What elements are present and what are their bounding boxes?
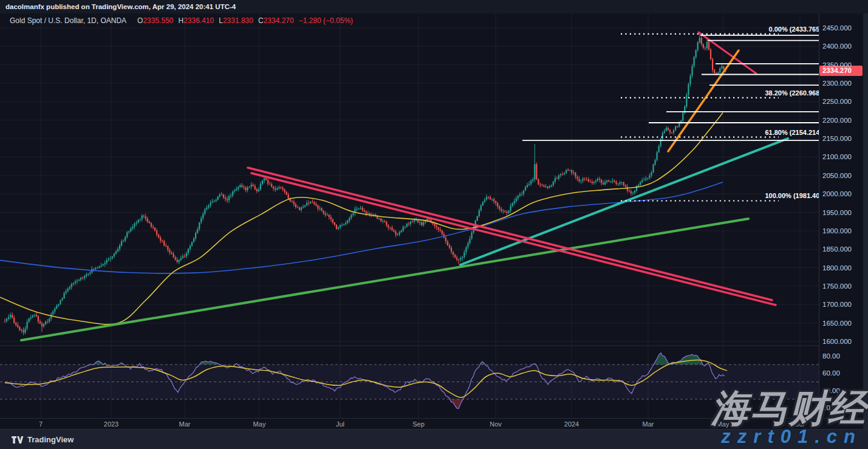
chart-region: 0.00% (2433.765)38.20% (2260.968)61.80% … bbox=[0, 13, 868, 418]
price-tick-label: 1900.000 bbox=[822, 227, 852, 235]
fib-level-label[interactable]: 38.20% (2260.968) bbox=[765, 89, 819, 97]
main-chart-svg[interactable] bbox=[0, 13, 819, 418]
ohlc-close-value: 2334.270 bbox=[264, 16, 294, 25]
ohlc-high-value: 2336.410 bbox=[183, 16, 214, 25]
ohlc-close-label: C bbox=[258, 16, 264, 25]
tradingview-chart-page: dacolmanfx published on TradingView.com,… bbox=[0, 0, 868, 449]
channel-line-pink-lower[interactable] bbox=[251, 173, 776, 305]
channel-line-pink-upper[interactable] bbox=[248, 168, 772, 300]
price-tick-label: 1750.000 bbox=[822, 282, 852, 290]
time-tick-label: Mar bbox=[643, 420, 654, 428]
candlestick-series[interactable] bbox=[4, 34, 726, 335]
fib-level-label[interactable]: 100.00% (1981.40) bbox=[765, 191, 819, 200]
fib-level-label[interactable]: 61.80% (2154.214) bbox=[765, 128, 819, 137]
time-tick-label: May bbox=[253, 420, 266, 428]
price-tick-label: 1600.000 bbox=[822, 337, 852, 346]
price-tick-label: 2350.000 bbox=[822, 61, 852, 69]
ohlc-low-label: L bbox=[219, 16, 223, 25]
price-tick-label: 2450.000 bbox=[822, 24, 852, 32]
price-tick-label: 1650.000 bbox=[822, 319, 852, 327]
price-pane[interactable]: 0.00% (2433.765)38.20% (2260.968)61.80% … bbox=[0, 13, 819, 418]
rsi-tick-label: 60.00 bbox=[822, 369, 840, 377]
price-tick-label: 2100.000 bbox=[822, 153, 852, 161]
ohlc-low-value: 2331.830 bbox=[223, 16, 253, 25]
price-tick-label: 2400.000 bbox=[822, 42, 852, 50]
tradingview-brand[interactable]: TradingView bbox=[11, 435, 73, 444]
rsi-overbought-fill bbox=[654, 353, 703, 365]
symbol-title[interactable]: Gold Spot / U.S. Dollar, 1D, OANDA bbox=[10, 16, 126, 25]
publish-bar: dacolmanfx published on TradingView.com,… bbox=[0, 0, 868, 13]
ohlc-high-label: H bbox=[178, 16, 183, 25]
time-tick-label: Nov bbox=[490, 420, 502, 428]
right-scroll-strip[interactable] bbox=[863, 13, 868, 429]
time-tick-label: Sep bbox=[412, 420, 425, 428]
publish-info: dacolmanfx published on TradingView.com,… bbox=[5, 3, 236, 10]
fib-level-label[interactable]: 0.00% (2433.765) bbox=[769, 25, 819, 33]
price-tick-label: 1850.000 bbox=[822, 245, 852, 253]
price-axis[interactable]: 2334.270 2450.0002400.0002350.0002300.00… bbox=[819, 13, 864, 418]
change-value: −1.280 (−0.05%) bbox=[299, 16, 353, 25]
rising-trendline-orange[interactable] bbox=[668, 50, 739, 151]
ohlc-open-value: 2335.550 bbox=[143, 16, 173, 25]
time-tick-label: 2024 bbox=[564, 420, 579, 428]
price-tick-label: 2250.000 bbox=[822, 97, 852, 106]
price-tick-label: 2200.000 bbox=[822, 116, 852, 125]
price-tick-label: 2150.000 bbox=[822, 134, 852, 143]
symbol-legend[interactable]: Gold Spot / U.S. Dollar, 1D, OANDAO2335.… bbox=[10, 16, 353, 25]
price-tick-label: 2050.000 bbox=[822, 171, 852, 180]
time-tick-label: Jul bbox=[336, 420, 344, 428]
tradingview-logo-icon bbox=[11, 436, 24, 444]
price-tick-label: 1800.000 bbox=[822, 264, 852, 272]
price-tick-label: 1700.000 bbox=[822, 300, 852, 309]
rsi-tick-label: 80.00 bbox=[822, 352, 840, 360]
watermark-site: zzrt01.cn bbox=[721, 426, 862, 448]
price-tick-label: 2300.000 bbox=[822, 79, 852, 87]
support-trendline-teal[interactable] bbox=[460, 139, 788, 265]
time-tick-label: 7 bbox=[39, 420, 43, 428]
price-tick-label: 1950.000 bbox=[822, 208, 852, 217]
price-tick-label: 2000.000 bbox=[822, 190, 852, 198]
time-tick-label: Mar bbox=[179, 420, 191, 428]
time-tick-label: 2023 bbox=[104, 420, 118, 428]
ma-yellow-line[interactable] bbox=[0, 113, 723, 324]
tradingview-brand-label: TradingView bbox=[27, 435, 73, 444]
support-trendline-green[interactable] bbox=[21, 219, 748, 340]
